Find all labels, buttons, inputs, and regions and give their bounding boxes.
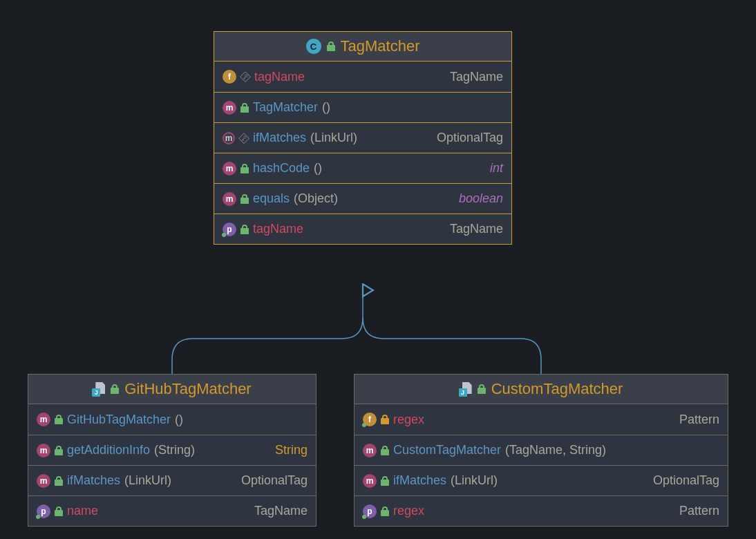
- method-icon: m: [37, 413, 50, 426]
- class-title: TagMatcher: [341, 37, 420, 55]
- lock-open-icon: [55, 507, 63, 516]
- lock-icon: [478, 384, 486, 394]
- member-type: Pattern: [679, 504, 719, 518]
- member-name: CustomTagMatcher: [393, 443, 501, 457]
- abstract-method-icon: m: [223, 132, 235, 144]
- member-type: OptionalTag: [437, 131, 503, 145]
- member-type: boolean: [459, 191, 503, 206]
- member-name: hashCode: [253, 161, 310, 176]
- member-row: mCustomTagMatcher(TagName, String): [355, 435, 728, 465]
- class-icon: C: [306, 39, 321, 54]
- member-row: ptagNameTagName: [214, 214, 511, 244]
- member-name: equals: [253, 191, 290, 206]
- lock-open-icon: [381, 476, 389, 486]
- member-row: mhashCode()int: [214, 153, 511, 183]
- method-icon: m: [223, 162, 236, 176]
- members-section: f⚿tagNameTagNamemTagMatcher()m⚿ifMatches…: [214, 62, 511, 244]
- class-header: J CustomTagMatcher: [355, 375, 728, 404]
- member-params: (String): [154, 443, 195, 457]
- method-icon: m: [223, 101, 236, 115]
- member-name: TagMatcher: [253, 100, 318, 115]
- member-type: TagName: [450, 70, 503, 84]
- lock-open-icon: [55, 415, 63, 424]
- lock-open-icon: [381, 507, 389, 516]
- member-name: ifMatches: [393, 473, 446, 488]
- member-row: mifMatches(LinkUrl)OptionalTag: [355, 465, 728, 495]
- method-icon: m: [363, 444, 377, 457]
- member-params: (): [314, 161, 322, 176]
- member-type: TagName: [254, 504, 308, 518]
- key-icon: ⚿: [236, 131, 251, 145]
- lock-icon: [111, 384, 119, 394]
- member-type: TagName: [450, 222, 503, 236]
- field-icon: f: [223, 70, 236, 84]
- method-icon: m: [37, 444, 50, 457]
- property-icon: p: [37, 504, 50, 518]
- lock-open-icon: [55, 476, 63, 486]
- member-params: (LinkUrl): [310, 131, 357, 145]
- members-section: fregexPatternmCustomTagMatcher(TagName, …: [355, 404, 728, 526]
- java-file-icon: J: [460, 382, 472, 396]
- member-name: ifMatches: [253, 131, 306, 145]
- member-row: mgetAdditionInfo(String)String: [28, 435, 316, 465]
- lock-open-icon: [240, 225, 249, 234]
- member-params: (LinkUrl): [451, 473, 498, 488]
- member-row: m⚿ifMatches(LinkUrl)OptionalTag: [214, 122, 511, 153]
- member-name: getAdditionInfo: [67, 443, 150, 457]
- member-type: OptionalTag: [653, 473, 719, 488]
- method-icon: m: [223, 192, 236, 206]
- member-type: String: [275, 443, 308, 457]
- lock-icon: [327, 41, 335, 51]
- member-row: mTagMatcher(): [214, 92, 511, 122]
- member-row: fregexPattern: [355, 404, 728, 435]
- member-row: mGitHubTagMatcher(): [28, 404, 316, 435]
- member-row: f⚿tagNameTagName: [214, 62, 511, 92]
- class-title: GitHubTagMatcher: [124, 380, 251, 398]
- java-file-icon: J: [93, 382, 105, 396]
- member-name: tagName: [253, 222, 303, 236]
- member-row: mifMatches(LinkUrl)OptionalTag: [28, 465, 316, 495]
- lock-open-icon: [240, 103, 249, 113]
- lock-open-icon: [240, 194, 249, 204]
- class-box-customtagmatcher: J CustomTagMatcher fregexPatternmCustomT…: [354, 374, 728, 527]
- class-header: J GitHubTagMatcher: [28, 375, 316, 404]
- member-params: (LinkUrl): [124, 473, 171, 488]
- field-icon: f: [363, 413, 377, 426]
- member-name: GitHubTagMatcher: [67, 413, 171, 427]
- class-header: C TagMatcher: [214, 32, 511, 62]
- member-name: tagName: [254, 70, 305, 84]
- member-row: pnameTagName: [28, 495, 316, 526]
- lock-open-icon: [381, 446, 389, 455]
- member-row: pregexPattern: [355, 495, 728, 526]
- class-box-githubtagmatcher: J GitHubTagMatcher mGitHubTagMatcher()mg…: [28, 374, 316, 527]
- method-icon: m: [363, 474, 377, 488]
- members-section: mGitHubTagMatcher()mgetAdditionInfo(Stri…: [28, 404, 316, 526]
- property-icon: p: [223, 223, 236, 236]
- property-icon: p: [363, 504, 377, 518]
- lock-open-icon: [55, 446, 63, 455]
- member-name: ifMatches: [67, 473, 120, 488]
- member-type: int: [490, 161, 503, 176]
- member-params: (): [175, 413, 183, 427]
- member-params: (TagName, String): [505, 443, 606, 457]
- member-params: (): [322, 100, 330, 115]
- member-name: regex: [393, 504, 424, 518]
- member-row: mequals(Object)boolean: [214, 183, 511, 214]
- key-icon: ⚿: [238, 69, 252, 84]
- member-name: name: [67, 504, 98, 518]
- method-icon: m: [37, 474, 50, 488]
- lock-closed-icon: [381, 415, 389, 424]
- member-type: OptionalTag: [241, 473, 308, 488]
- member-params: (Object): [294, 191, 338, 206]
- lock-open-icon: [240, 164, 249, 173]
- member-type: Pattern: [679, 413, 719, 427]
- member-name: regex: [393, 413, 424, 427]
- class-box-tagmatcher: C TagMatcher f⚿tagNameTagNamemTagMatcher…: [214, 31, 512, 245]
- class-title: CustomTagMatcher: [491, 380, 623, 398]
